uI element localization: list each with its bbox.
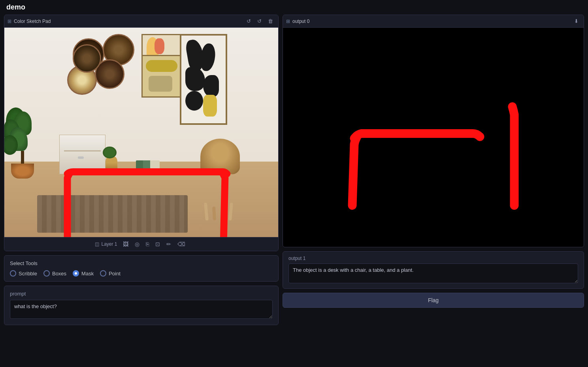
stamp-tool-button[interactable]: ⎘ (143, 240, 151, 248)
rug (37, 195, 188, 233)
layer-tools: 🖼 ◎ ⎘ ⊡ ✏ ⌫ (121, 240, 188, 248)
app-title: demo (6, 3, 25, 11)
sketch-pad-header-left: ⊞ Color Sketch Pad (8, 19, 51, 24)
left-panel: ⊞ Color Sketch Pad ↺ ↺ 🗑 (4, 15, 279, 325)
tools-title: Select Tools (10, 260, 273, 266)
right-panel: ⊞ output 0 ⬇ (283, 15, 584, 325)
wall-art-frame-3 (141, 55, 181, 98)
plant (10, 143, 38, 179)
output0-widget-icon: ⊞ (286, 19, 290, 24)
wall-art-frame-2 (180, 34, 227, 125)
refresh-button[interactable]: ↺ (245, 17, 253, 25)
layers-icon: ◫ (95, 241, 99, 247)
sketch-canvas-area[interactable] (4, 28, 278, 237)
chair-legs (203, 199, 234, 220)
point-label: Point (109, 271, 121, 277)
face-tool-button[interactable]: ◎ (132, 240, 142, 248)
output1-label: output 1 (288, 256, 578, 261)
image-tool-button[interactable]: 🖼 (121, 240, 131, 248)
output0-svg (283, 28, 584, 247)
flag-button[interactable]: Flag (283, 293, 584, 308)
reset-button[interactable]: ↺ (255, 17, 264, 25)
prompt-textarea[interactable] (10, 300, 273, 319)
output0-header-right: ⬇ (572, 17, 580, 25)
eraser-tool-button[interactable]: ⌫ (175, 240, 188, 248)
desk-vase (106, 156, 117, 172)
scribble-radio[interactable] (10, 270, 16, 277)
boxes-option[interactable]: Boxes (43, 270, 66, 277)
sketch-pad-card: ⊞ Color Sketch Pad ↺ ↺ 🗑 (4, 15, 279, 251)
sketch-pad-header: ⊞ Color Sketch Pad ↺ ↺ 🗑 (4, 15, 278, 28)
output1-textarea[interactable] (288, 263, 578, 283)
desk-cabinet (59, 135, 106, 174)
widget-icon: ⊞ (8, 19, 11, 24)
point-radio[interactable] (100, 270, 106, 277)
tools-section: Select Tools Scribble Boxes Mask Point (4, 255, 279, 282)
trash-button[interactable]: 🗑 (266, 17, 275, 25)
output0-header-left: ⊞ output 0 (286, 19, 309, 24)
output0-canvas (283, 28, 584, 247)
output0-header: ⊞ output 0 ⬇ (283, 15, 584, 28)
layer-info: ◫ Layer 1 (95, 241, 117, 247)
chair-back (200, 139, 240, 174)
crop-tool-button[interactable]: ⊡ (153, 240, 162, 248)
mask-radio[interactable] (73, 270, 79, 277)
boxes-radio[interactable] (43, 270, 50, 277)
radio-group: Scribble Boxes Mask Point (10, 270, 273, 277)
prompt-label: prompt (10, 291, 273, 297)
boxes-label: Boxes (52, 271, 66, 277)
output0-download-button[interactable]: ⬇ (572, 17, 580, 25)
sketch-pad-header-right: ↺ ↺ 🗑 (245, 17, 275, 25)
prompt-section: prompt (4, 286, 279, 325)
layer-name: Layer 1 (101, 241, 117, 247)
output1-section: output 1 (283, 251, 584, 289)
output0-title: output 0 (292, 19, 309, 24)
brush-tool-button[interactable]: ✏ (164, 240, 173, 248)
app-header: demo (0, 0, 588, 15)
room-scene (4, 28, 278, 237)
mask-option[interactable]: Mask (73, 270, 94, 277)
desk-books (136, 160, 160, 172)
sketch-pad-title: Color Sketch Pad (14, 19, 51, 24)
mask-label: Mask (81, 271, 94, 277)
layer-toolbar: ◫ Layer 1 🖼 ◎ ⎘ ⊡ ✏ ⌫ (4, 237, 278, 251)
point-option[interactable]: Point (100, 270, 121, 277)
scribble-option[interactable]: Scribble (10, 270, 37, 277)
main-layout: ⊞ Color Sketch Pad ↺ ↺ 🗑 (0, 15, 588, 329)
scribble-label: Scribble (19, 271, 37, 277)
output0-card: ⊞ output 0 ⬇ (283, 15, 584, 247)
